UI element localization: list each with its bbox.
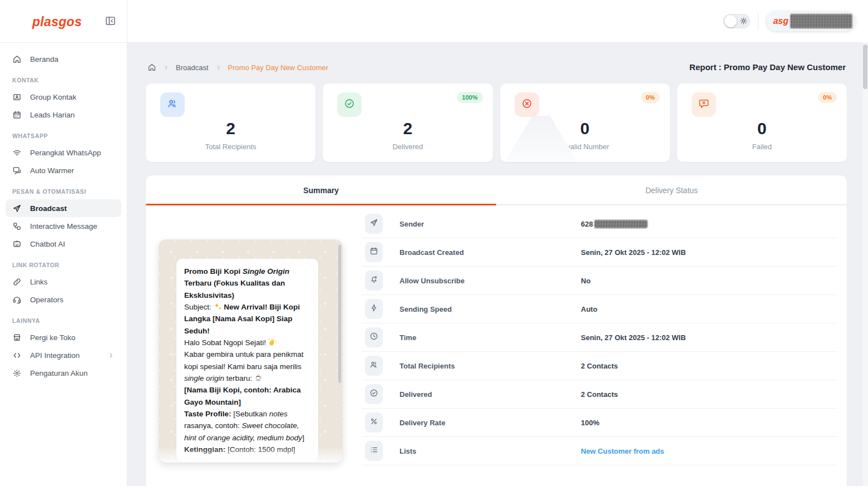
breadcrumb-item-promo-pay-day-new-customer: Promo Pay Day New Customer bbox=[228, 63, 329, 72]
detail-row-sender: Sender628 bbox=[362, 210, 837, 238]
sidebar-collapse-button[interactable] bbox=[105, 15, 116, 29]
stat-label: Total Recipients bbox=[146, 143, 315, 151]
calendar-days-icon bbox=[12, 110, 22, 120]
headset-icon bbox=[12, 295, 22, 304]
detail-row-icon-chip bbox=[365, 441, 383, 461]
user-name-prefix: asg bbox=[773, 16, 788, 26]
message-text-segment: [Sebutkan bbox=[231, 410, 269, 418]
sidebar-item-links[interactable]: Links bbox=[6, 273, 121, 291]
app-logo: plasgos bbox=[32, 14, 82, 30]
detail-row-time: TimeSenin, 27 Okt 2025 - 12:02 WIB bbox=[362, 323, 837, 352]
store-icon bbox=[12, 333, 22, 342]
sidebar-item-perangkat-whatsapp[interactable]: Perangkat WhatsApp bbox=[6, 144, 121, 161]
detail-row-label: Sender bbox=[400, 220, 581, 228]
sidebar-item-api-integration[interactable]: API Integration bbox=[6, 346, 121, 364]
sidebar-item-label: Beranda bbox=[30, 55, 58, 63]
send-icon bbox=[12, 204, 22, 213]
sidebar-item-label: Links bbox=[30, 278, 48, 286]
detail-row-label: Time bbox=[400, 333, 581, 342]
sidebar-item-beranda[interactable]: Beranda bbox=[6, 50, 121, 68]
sun-icon bbox=[739, 17, 748, 25]
sender-number-masked bbox=[594, 220, 648, 228]
user-account-badge[interactable]: asg bbox=[766, 11, 856, 31]
detail-row-value: 2 Contacts bbox=[581, 362, 618, 370]
sidebar-item-chatbot-ai[interactable]: Chatbot AI bbox=[6, 235, 121, 253]
sidebar-item-label: Auto Warmer bbox=[30, 166, 74, 175]
theme-toggle[interactable] bbox=[723, 14, 750, 28]
sidebar-item-interactive-message[interactable]: Interactive Message bbox=[6, 217, 121, 235]
message-text-segment: terbaru: bbox=[224, 374, 254, 382]
detail-row-icon-chip bbox=[365, 412, 383, 433]
breadcrumb-separator-icon bbox=[162, 64, 170, 71]
sidebar-section-pesan-otomatisasi: PESAN & OTOMATISASI bbox=[12, 188, 115, 195]
sidebar-nav: BerandaKONTAKGroup KontakLeads HarianWHA… bbox=[0, 42, 127, 486]
clock-icon bbox=[369, 332, 378, 343]
detail-row-value-link[interactable]: New Customer from ads bbox=[581, 447, 664, 455]
breadcrumb-item-broadcast[interactable]: Broadcast bbox=[176, 63, 209, 72]
page-scrollbar[interactable] bbox=[862, 42, 868, 486]
stat-icon-chip bbox=[160, 92, 185, 117]
stat-card-total-recipients: 2Total Recipients bbox=[146, 84, 315, 162]
page-scrollbar-thumb[interactable] bbox=[863, 45, 867, 89]
message-text-segment: Halo Sobat Ngopi Sejati! bbox=[184, 338, 268, 347]
sidebar-item-label: Group Kontak bbox=[30, 93, 76, 101]
detail-row-label: Broadcast Created bbox=[400, 248, 581, 257]
detail-row-icon-chip bbox=[365, 299, 383, 319]
send-icon bbox=[369, 218, 378, 229]
gear-icon bbox=[12, 369, 22, 378]
detail-row-icon-chip bbox=[365, 242, 383, 262]
percent-icon bbox=[369, 417, 378, 428]
toggle-knob bbox=[724, 15, 737, 27]
message-text-segment: notes bbox=[269, 410, 288, 418]
sidebar-item-leads-harian[interactable]: Leads Harian bbox=[6, 106, 121, 124]
detail-row-value: 2 Contacts bbox=[581, 390, 618, 399]
sidebar-item-label: Perangkat WhatsApp bbox=[30, 149, 101, 157]
detail-row-value: Senin, 27 Okt 2025 - 12:02 WIB bbox=[581, 248, 686, 257]
stat-icon-chip bbox=[515, 92, 539, 117]
sidebar-item-pengaturan-akun[interactable]: Pengaturan Akun bbox=[6, 364, 121, 382]
sidebar-item-broadcast[interactable]: Broadcast bbox=[6, 199, 121, 217]
sidebar-item-label: Leads Harian bbox=[30, 111, 75, 119]
message-text-segment: Taste Profile: bbox=[184, 410, 231, 418]
sidebar-section-lainnya: LAINNYA bbox=[12, 317, 115, 324]
detail-row-total-recipients: Total Recipients2 Contacts bbox=[362, 352, 837, 380]
detail-row-value: 628 bbox=[581, 220, 648, 228]
sidebar-item-pergi-ke-toko[interactable]: Pergi ke Toko bbox=[6, 328, 121, 346]
stat-label: Failed bbox=[677, 143, 847, 151]
message-sync-icon bbox=[12, 166, 22, 175]
stat-value: 2 bbox=[323, 119, 492, 138]
detail-row-icon-chip bbox=[365, 356, 383, 376]
message-text-segment: single origin bbox=[184, 374, 224, 382]
sidebar-item-group-kontak[interactable]: Group Kontak bbox=[6, 88, 121, 106]
breadcrumb-separator-icon bbox=[215, 64, 222, 71]
x-circle-icon bbox=[521, 98, 532, 111]
message-text-segment: rasanya, contoh: bbox=[184, 421, 242, 430]
sidebar-item-operators[interactable]: Operators bbox=[6, 291, 121, 308]
check-circle-icon bbox=[369, 389, 378, 400]
sidebar-section-kontak: KONTAK bbox=[12, 77, 115, 84]
tab-delivery-status[interactable]: Delivery Status bbox=[496, 175, 847, 205]
detail-row-label: Delivery Rate bbox=[400, 419, 581, 427]
breadcrumb-home-icon[interactable] bbox=[147, 63, 156, 72]
tab-summary[interactable]: Summary bbox=[146, 175, 496, 205]
sidebar-item-auto-warmer[interactable]: Auto Warmer bbox=[6, 161, 121, 179]
calendar-icon bbox=[369, 247, 378, 258]
stats-row: 2Total Recipients100%2Delivered0%0Invali… bbox=[146, 84, 847, 162]
detail-row-delivery-rate: Delivery Rate100% bbox=[362, 409, 837, 437]
users-icon bbox=[369, 360, 378, 371]
list-icon bbox=[369, 445, 378, 456]
stat-percentage-badge: 100% bbox=[457, 92, 482, 103]
detail-row-sending-speed: Sending SpeedAuto bbox=[362, 295, 837, 323]
message-bubble: Promo Biji Kopi Single Origin Terbaru (F… bbox=[176, 259, 318, 462]
detail-row-icon-chip bbox=[365, 214, 383, 234]
code-icon bbox=[12, 351, 22, 360]
stat-percentage-badge: 0% bbox=[818, 92, 837, 103]
message-text-segment: Terbaru (Fokus Kualitas dan Eksklusivita… bbox=[184, 279, 285, 299]
detail-row-broadcast-created: Broadcast CreatedSenin, 27 Okt 2025 - 12… bbox=[362, 238, 837, 267]
detail-row-value: No bbox=[581, 277, 590, 285]
detail-row-label: Sending Speed bbox=[400, 305, 581, 313]
users-icon bbox=[167, 98, 178, 111]
preview-scrollbar[interactable] bbox=[338, 245, 341, 383]
sidebar-border bbox=[127, 0, 127, 486]
flow-icon bbox=[12, 222, 22, 231]
